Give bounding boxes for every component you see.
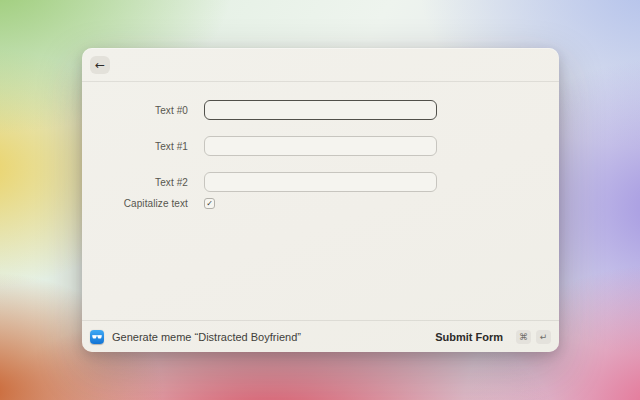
capitalize-checkbox[interactable]: ✓ xyxy=(204,198,215,209)
footer-actions: Submit Form ⌘ ↵ xyxy=(435,330,551,344)
text0-input[interactable] xyxy=(204,100,437,120)
sunglasses-icon xyxy=(90,330,104,344)
submit-form-button[interactable]: Submit Form xyxy=(435,331,503,343)
titlebar: ← xyxy=(82,48,559,82)
back-arrow-icon: ← xyxy=(95,59,105,71)
field-label-text2: Text #2 xyxy=(82,177,188,188)
command-key-icon: ⌘ xyxy=(516,330,531,344)
extension-form-window: ← Text #0 Text #1 Text #2 Capitalize tex… xyxy=(82,48,559,352)
form-row-text1: Text #1 xyxy=(82,136,559,156)
field-label-capitalize: Capitalize text xyxy=(82,198,188,209)
text2-input[interactable] xyxy=(204,172,437,192)
meme-generator-app-icon xyxy=(90,330,104,344)
action-bar: Generate meme “Distracted Boyfriend” Sub… xyxy=(82,320,559,352)
back-button[interactable]: ← xyxy=(90,56,110,74)
field-label-text1: Text #1 xyxy=(82,141,188,152)
checkmark-icon: ✓ xyxy=(206,200,213,208)
form-row-text2: Text #2 xyxy=(82,172,559,192)
text1-input[interactable] xyxy=(204,136,437,156)
form-row-capitalize: Capitalize text ✓ xyxy=(82,198,559,209)
status-text: Generate meme “Distracted Boyfriend” xyxy=(112,331,301,343)
form: Text #0 Text #1 Text #2 Capitalize text … xyxy=(82,82,559,320)
form-row-text0: Text #0 xyxy=(82,100,559,120)
return-key-icon: ↵ xyxy=(536,330,551,344)
field-label-text0: Text #0 xyxy=(82,105,188,116)
